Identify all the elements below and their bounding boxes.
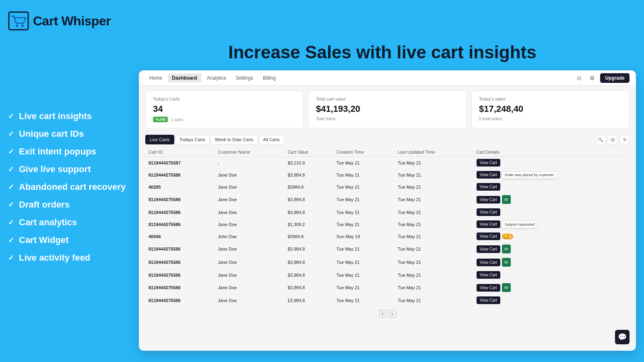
cell-updated-time: Tue May 21: [394, 269, 473, 281]
settings-icon[interactable]: ⚙: [587, 73, 597, 83]
nav-item-dashboard[interactable]: Dashboard: [168, 74, 201, 82]
action-group: View Cart✉: [477, 283, 626, 292]
cell-creation-time: Tue May 21: [333, 206, 394, 218]
cell-cart-value: £3,984.8: [285, 294, 333, 306]
cell-cart-id: 8119444275586: [145, 206, 215, 218]
cell-updated-time: Tue May 21: [394, 181, 473, 193]
check-icon: ✓: [8, 147, 14, 156]
cell-creation-time: Sun May 19: [333, 230, 394, 243]
table-row: 8119444275586 Jane Doe $1,309.2 Tue May …: [145, 218, 630, 230]
table-row: 40046 John Dae $3984.8 Sun May 19 Tue Ma…: [145, 230, 630, 243]
cell-creation-time: Tue May 21: [333, 294, 394, 306]
col-creation-time: Creation Time: [333, 148, 394, 157]
cell-cart-value: $3,110.9: [285, 157, 333, 169]
feature-live-support: ✓ Give live support: [8, 164, 141, 175]
upgrade-button[interactable]: Upgrade: [600, 73, 630, 83]
cell-cart-id: 8119444275586: [145, 256, 215, 269]
col-updated-time: Last Updated Time: [394, 148, 473, 157]
feature-label: Exit intent popups: [19, 146, 96, 157]
cart-logo-icon: [8, 11, 29, 31]
view-cart-button[interactable]: View Cart: [477, 259, 500, 266]
check-icon: ✓: [8, 165, 14, 174]
col-customer: Customer Name: [215, 148, 284, 157]
help-icon[interactable]: ⊙: [574, 73, 584, 83]
tab-todays-carts[interactable]: Todays Carts: [175, 135, 210, 144]
message-icon[interactable]: ✉: [502, 258, 511, 267]
view-cart-button[interactable]: View Cart: [477, 296, 500, 304]
cell-updated-time: Tue May 21: [394, 243, 473, 256]
table-actions: 🔍 ⊟ ↻: [596, 135, 630, 144]
cell-customer: Jane Doe: [215, 218, 284, 230]
cell-cart-id: 8119444275586: [145, 169, 215, 181]
view-cart-button[interactable]: View Cart: [477, 245, 500, 253]
nav-item-analytics[interactable]: Analytics: [203, 74, 230, 82]
chat-widget[interactable]: 💬: [615, 330, 630, 344]
action-group: View Cart: [477, 183, 626, 191]
feature-label: Live cart insights: [19, 111, 92, 121]
message-icon[interactable]: ✉: [502, 245, 511, 253]
view-cart-button[interactable]: View Cart: [477, 220, 500, 228]
action-group: View CartOrder was placed by customer: [477, 171, 626, 179]
action-group: View Cart🔔 1: [477, 232, 626, 240]
cell-cart-value: $3,984.8: [285, 193, 333, 206]
feature-label: Draft orders: [19, 200, 70, 210]
live-badge: +LIVE: [153, 117, 168, 122]
cell-cart-value: $1,309.2: [285, 218, 333, 230]
view-cart-button[interactable]: View Cart: [477, 271, 500, 279]
cell-customer: John Dae: [215, 230, 284, 243]
feature-label: Give live support: [19, 164, 91, 175]
feature-unique-cart: ✓ Unique cart IDs: [8, 129, 141, 139]
cell-cart-details: View Cart✉: [473, 243, 630, 256]
stats-row: Today's Carts 34 +LIVE 1 carts Total car…: [139, 86, 636, 133]
cell-customer: -: [215, 157, 284, 169]
check-icon: ✓: [8, 218, 14, 227]
view-cart-button[interactable]: View Cart: [477, 232, 500, 240]
cell-cart-value: $3,984.8: [285, 269, 333, 281]
dashboard-panel: Home Dashboard Analytics Settings Billin…: [139, 70, 636, 351]
data-table: Cart ID Customer Name Cart Value Creatio…: [145, 148, 630, 306]
nav-item-home[interactable]: Home: [145, 74, 166, 82]
cell-creation-time: Tue May 21: [333, 157, 394, 169]
cell-cart-value: $3,984.8: [285, 206, 333, 218]
search-icon[interactable]: 🔍: [596, 135, 605, 144]
cell-updated-time: Tue May 21: [394, 157, 473, 169]
check-icon: ✓: [8, 130, 14, 138]
cell-cart-value: $3,984.8: [285, 281, 333, 294]
view-cart-button[interactable]: View Cart: [477, 171, 500, 179]
tab-live-carts[interactable]: Live Carts: [145, 135, 174, 144]
table-header-row: Cart ID Customer Name Cart Value Creatio…: [145, 148, 630, 157]
cell-customer: Jane Doe: [215, 256, 284, 269]
message-icon[interactable]: ✉: [502, 283, 511, 292]
view-cart-button[interactable]: View Cart: [477, 183, 500, 191]
cell-cart-id: 8119444275586: [145, 243, 215, 256]
view-cart-button[interactable]: View Cart: [477, 196, 500, 204]
refresh-icon[interactable]: ↻: [620, 135, 630, 144]
cell-creation-time: Tue May 21: [333, 218, 394, 230]
left-panel: Cart Whisper ✓ Live cart insights ✓ Uniq…: [0, 0, 149, 362]
cell-customer: Jane Doe: [215, 294, 284, 306]
cell-updated-time: Tue May 21: [394, 256, 473, 269]
feature-label: Live activity feed: [19, 253, 90, 263]
stat-card-todays-carts: Today's Carts 34 +LIVE 1 carts: [145, 90, 303, 128]
next-page-button[interactable]: ›: [388, 310, 396, 318]
tab-week-carts[interactable]: Week to Date Carts: [211, 135, 258, 144]
tab-all-carts[interactable]: All Carts: [259, 135, 285, 144]
cell-cart-id: 8119444275586: [145, 218, 215, 230]
cell-creation-time: Tue May 21: [333, 256, 394, 269]
cell-cart-id: 40285: [145, 181, 215, 193]
svg-point-2: [21, 25, 24, 27]
cell-updated-time: Tue May 21: [394, 230, 473, 243]
filter-icon[interactable]: ⊟: [608, 135, 617, 144]
prev-page-button[interactable]: ‹: [379, 310, 387, 318]
nav-item-settings[interactable]: Settings: [232, 74, 257, 82]
view-cart-button[interactable]: View Cart: [477, 284, 500, 292]
nav-item-billing[interactable]: Billing: [259, 74, 280, 82]
action-group: View Cart✉: [477, 258, 626, 267]
action-group: View Cart: [477, 159, 626, 167]
table-row: 8119444275586 Jane Doe $3,984.8 Tue May …: [145, 169, 630, 181]
features-list: ✓ Live cart insights ✓ Unique cart IDs ✓…: [8, 111, 141, 263]
view-cart-button[interactable]: View Cart: [477, 159, 500, 167]
message-icon[interactable]: ✉: [502, 195, 511, 204]
cell-cart-details: View CartOrder was placed by customer: [473, 169, 630, 181]
view-cart-button[interactable]: View Cart: [477, 208, 500, 216]
